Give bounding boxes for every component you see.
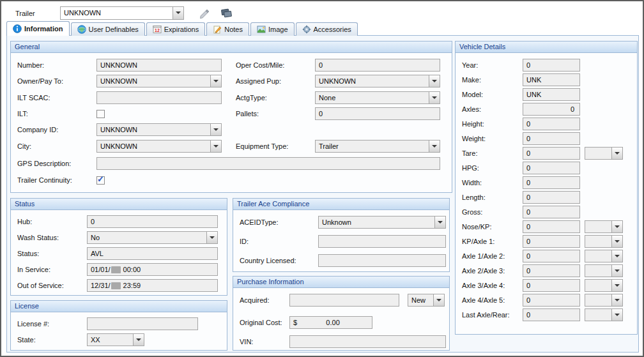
ilt-scac-input[interactable] bbox=[96, 91, 222, 104]
tab-expirations[interactable]: 12 Expirations bbox=[146, 22, 205, 36]
hub-input[interactable]: 0 bbox=[87, 215, 218, 228]
assigned-pup-select[interactable]: UNKNOWN bbox=[315, 75, 440, 87]
axle4-axle5-unit-select[interactable] bbox=[585, 294, 623, 307]
gps-description-input[interactable] bbox=[96, 157, 440, 170]
svg-text:12: 12 bbox=[155, 28, 160, 33]
actg-type-select[interactable]: None bbox=[315, 91, 440, 104]
edit-button[interactable] bbox=[196, 6, 213, 20]
ilt-scac-label: ILT SCAC: bbox=[17, 91, 50, 104]
tare-input[interactable]: 0 bbox=[523, 147, 580, 160]
ilt-checkbox[interactable] bbox=[96, 110, 105, 118]
axle4-axle5-input[interactable]: 0 bbox=[523, 294, 580, 307]
acquired-label: Acquired: bbox=[240, 294, 269, 307]
equipment-type-label: Equipment Type: bbox=[236, 140, 288, 153]
acquired-input[interactable] bbox=[289, 294, 399, 307]
status-input[interactable]: AVL bbox=[87, 247, 218, 260]
aceid-type-select[interactable]: Unknown bbox=[318, 216, 446, 229]
last-axle-rear-unit-select[interactable] bbox=[585, 308, 623, 321]
tare-label: Tare: bbox=[462, 147, 477, 160]
wash-status-select[interactable]: No bbox=[87, 231, 218, 244]
city-select[interactable]: UNKNOWN bbox=[96, 140, 222, 153]
height-input[interactable]: 0 bbox=[523, 118, 580, 130]
assigned-pup-label: Assigned Pup: bbox=[236, 75, 281, 87]
accessories-icon bbox=[302, 25, 311, 34]
owner-select[interactable]: UNKNOWN bbox=[96, 75, 222, 87]
nose-kp-unit-select[interactable] bbox=[585, 220, 623, 233]
tab-accessories[interactable]: Accessories bbox=[296, 22, 358, 36]
trailer-form-window: Trailer UNKNOWN Information bbox=[0, 0, 644, 357]
number-input[interactable]: UNKNOWN bbox=[96, 59, 222, 72]
country-licensed-input[interactable] bbox=[318, 254, 446, 267]
equipment-type-select[interactable]: Trailer bbox=[315, 140, 440, 153]
out-of-service-label: Out of Service: bbox=[17, 279, 64, 292]
trailer-select[interactable]: UNKNOWN bbox=[60, 6, 184, 20]
status-panel-title: Status bbox=[11, 199, 227, 210]
purchase-info-panel: Purchase Information Acquired: New Origi… bbox=[233, 276, 450, 351]
company-id-select[interactable]: UNKNOWN bbox=[96, 123, 222, 136]
company-id-value: UNKNOWN bbox=[100, 124, 137, 135]
chevron-down-icon bbox=[210, 124, 221, 135]
tags-button[interactable] bbox=[218, 6, 235, 20]
axle3-axle4-unit-select[interactable] bbox=[585, 279, 623, 292]
trailer-continuity-label: Trailer Continuity: bbox=[17, 174, 72, 186]
kp-axle1-input[interactable]: 0 bbox=[523, 235, 580, 248]
axles-input[interactable]: 0 bbox=[523, 103, 580, 116]
globe-icon bbox=[77, 25, 86, 34]
license-number-input[interactable] bbox=[87, 317, 198, 330]
hpg-label: HPG: bbox=[462, 162, 479, 174]
purchase-panel-title: Purchase Information bbox=[233, 277, 449, 288]
tab-image[interactable]: Image bbox=[250, 22, 295, 36]
weight-input[interactable]: 0 bbox=[523, 132, 580, 145]
license-panel-title: License bbox=[11, 301, 227, 312]
axle1-axle2-input[interactable]: 0 bbox=[523, 250, 580, 262]
tab-user-definables[interactable]: User Definables bbox=[71, 22, 145, 36]
wash-status-label: Wash Status: bbox=[17, 231, 59, 244]
equipment-type-value: Trailer bbox=[319, 141, 339, 152]
pallets-input[interactable]: 0 bbox=[315, 107, 440, 120]
width-input[interactable]: 0 bbox=[523, 176, 580, 189]
aceid-type-value: Unknown bbox=[322, 216, 351, 228]
trailer-continuity-checkbox[interactable] bbox=[96, 176, 105, 185]
gross-input[interactable]: 0 bbox=[523, 206, 580, 218]
vin-input[interactable] bbox=[289, 335, 446, 348]
ace-id-input[interactable] bbox=[318, 235, 446, 248]
in-service-input[interactable]: 01/01/ 00:00 bbox=[87, 263, 218, 276]
chevron-down-icon bbox=[429, 75, 440, 87]
chevron-down-icon bbox=[133, 334, 144, 346]
state-select[interactable]: XX bbox=[87, 333, 144, 346]
trailer-label: Trailer bbox=[15, 7, 35, 20]
axle2-axle3-input[interactable]: 0 bbox=[523, 264, 580, 277]
make-input[interactable]: UNK bbox=[523, 73, 580, 86]
calendar-icon: 12 bbox=[153, 25, 162, 34]
last-axle-rear-input[interactable]: 0 bbox=[523, 308, 580, 321]
out-of-service-input[interactable]: 12/31/ 23:59 bbox=[87, 279, 218, 292]
out-of-service-date: 12/31/ bbox=[91, 280, 111, 291]
tare-unit-select[interactable] bbox=[585, 147, 623, 160]
original-cost-input[interactable]: $ 0.00 bbox=[289, 316, 372, 329]
general-panel: General Number: UNKNOWN Oper Cost/Mile: … bbox=[10, 41, 452, 193]
gross-label: Gross: bbox=[462, 206, 482, 218]
year-input[interactable]: 0 bbox=[523, 59, 580, 72]
chevron-down-icon bbox=[172, 7, 183, 19]
axle1-axle2-unit-select[interactable] bbox=[585, 250, 623, 262]
general-panel-title: General bbox=[11, 42, 452, 53]
length-input[interactable]: 0 bbox=[523, 191, 580, 204]
oper-cost-input[interactable]: 0 bbox=[315, 59, 440, 72]
tab-notes[interactable]: Notes bbox=[206, 22, 249, 36]
axle3-axle4-input[interactable]: 0 bbox=[523, 279, 580, 292]
kp-axle1-label: KP/Axle 1: bbox=[462, 235, 494, 248]
acquired-condition-select[interactable]: New bbox=[408, 294, 445, 307]
original-cost-value: 0.00 bbox=[326, 317, 339, 328]
tab-information[interactable]: Information bbox=[6, 21, 70, 36]
hub-label: Hub: bbox=[17, 215, 32, 228]
currency-symbol: $ bbox=[293, 317, 297, 328]
kp-axle1-unit-select[interactable] bbox=[585, 235, 623, 248]
axle2-axle3-unit-select[interactable] bbox=[585, 264, 623, 277]
nose-kp-input[interactable]: 0 bbox=[523, 220, 580, 233]
nose-kp-label: Nose/KP: bbox=[462, 220, 491, 233]
owner-label: Owner/Pay To: bbox=[17, 75, 63, 87]
hpg-input[interactable]: 0 bbox=[523, 162, 580, 174]
model-input[interactable]: UNK bbox=[523, 88, 580, 101]
axle2-axle3-label: Axle 2/Axle 3: bbox=[462, 264, 505, 277]
axle1-axle2-label: Axle 1/Axle 2: bbox=[462, 250, 505, 262]
